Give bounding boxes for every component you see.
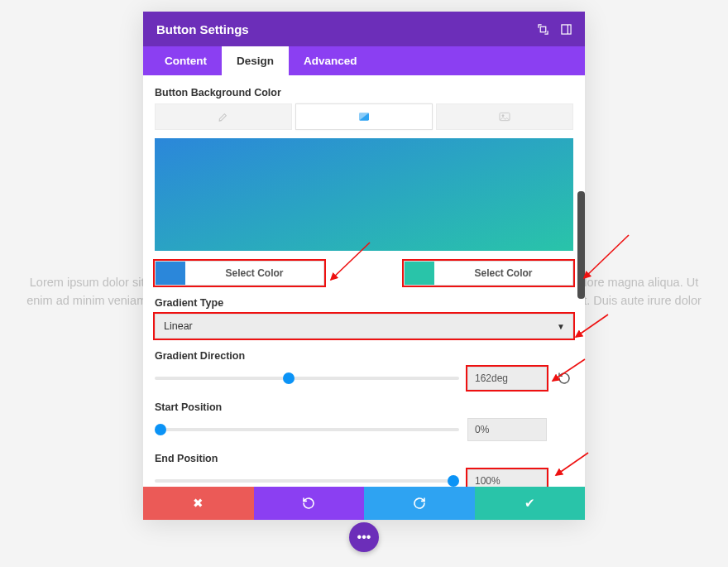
bg-type-solid[interactable]: [155, 103, 292, 130]
svg-rect-0: [540, 26, 546, 32]
fab-more-button[interactable]: •••: [349, 522, 379, 552]
save-button[interactable]: ✔: [475, 487, 586, 520]
tab-advanced[interactable]: Advanced: [289, 46, 372, 75]
end-color-picker[interactable]: Select Color: [404, 261, 573, 286]
reset-direction-button[interactable]: [555, 369, 573, 387]
tab-content[interactable]: Content: [150, 46, 222, 75]
start-position-label: Start Position: [155, 401, 573, 413]
start-position-input[interactable]: [467, 418, 547, 441]
gradient-preview: [155, 138, 573, 251]
gradient-type-label: Gradient Type: [155, 297, 573, 309]
annotation-arrow: [577, 230, 635, 288]
start-position-row: [155, 418, 573, 441]
gradient-direction-row: [155, 367, 573, 390]
end-position-slider[interactable]: [155, 479, 459, 483]
settings-modal: Button Settings Content Design Advanced …: [143, 12, 585, 520]
modal-footer: ✖ ✔: [143, 487, 585, 520]
more-icon: •••: [357, 530, 371, 545]
start-color-label: Select Color: [185, 267, 323, 279]
gradient-type-select[interactable]: [155, 314, 573, 339]
check-icon: ✔: [524, 496, 535, 511]
modal-body: Button Background Color Select Color Sel…: [143, 75, 585, 487]
gradient-direction-slider[interactable]: [155, 377, 459, 380]
end-color-label: Select Color: [434, 267, 572, 279]
gradient-direction-input[interactable]: [467, 367, 547, 390]
redo-button[interactable]: [364, 487, 475, 520]
svg-point-5: [502, 115, 504, 117]
slider-thumb[interactable]: [283, 372, 295, 384]
end-position-input[interactable]: [467, 469, 547, 487]
tab-design[interactable]: Design: [222, 46, 289, 75]
modal-title: Button Settings: [156, 22, 537, 36]
header-icons: [537, 23, 572, 35]
undo-icon: [302, 497, 315, 510]
scrollbar[interactable]: [577, 191, 585, 299]
gradient-type-select-wrap[interactable]: ▼: [155, 314, 573, 339]
modal-header: Button Settings: [143, 12, 585, 46]
color-pickers: Select Color Select Color: [155, 261, 573, 286]
svg-rect-1: [561, 24, 570, 33]
end-color-swatch: [405, 262, 434, 285]
expand-icon[interactable]: [537, 23, 548, 35]
snap-icon[interactable]: [560, 23, 572, 35]
start-color-swatch: [156, 262, 185, 285]
bg-color-label: Button Background Color: [155, 87, 573, 99]
undo-button[interactable]: [254, 487, 365, 520]
svg-line-7: [584, 235, 629, 278]
end-position-row: [155, 469, 573, 487]
redo-icon: [413, 497, 426, 510]
bg-type-gradient[interactable]: [295, 103, 433, 130]
slider-thumb[interactable]: [448, 475, 459, 487]
close-icon: ✖: [193, 496, 204, 511]
start-color-picker[interactable]: Select Color: [155, 261, 324, 286]
start-position-slider[interactable]: [155, 428, 459, 431]
slider-thumb[interactable]: [155, 424, 166, 435]
end-position-label: End Position: [155, 453, 573, 464]
modal-tabs: Content Design Advanced: [143, 46, 585, 75]
bg-type-image[interactable]: [436, 103, 573, 130]
bg-type-tabs: [155, 103, 573, 130]
gradient-direction-label: Gradient Direction: [155, 350, 573, 362]
cancel-button[interactable]: ✖: [143, 487, 254, 520]
